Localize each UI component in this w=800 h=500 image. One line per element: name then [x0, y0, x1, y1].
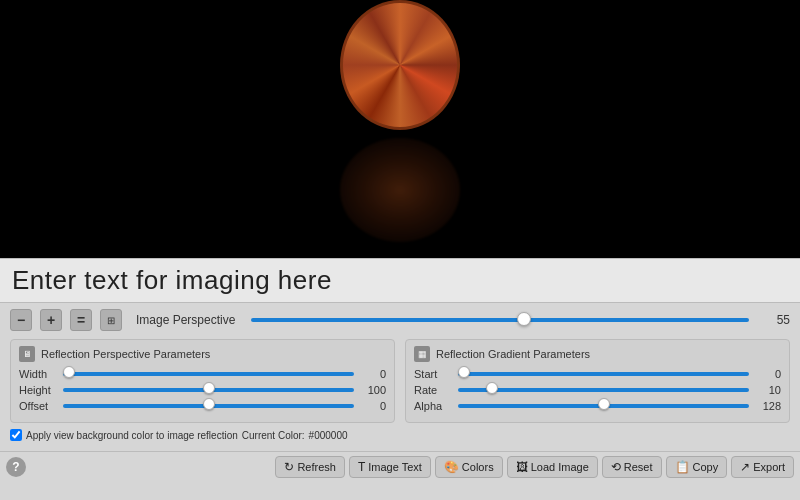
- load-image-icon: 🖼: [516, 460, 528, 474]
- colors-button[interactable]: 🎨 Colors: [435, 456, 503, 478]
- action-buttons-group: ↻ Refresh T Image Text 🎨 Colors 🖼 Load I…: [275, 456, 794, 478]
- reflection-panel-icon: 🖥: [19, 346, 35, 362]
- reset-label: Reset: [624, 461, 653, 473]
- pizza-image-container: [340, 0, 460, 258]
- width-slider[interactable]: [63, 366, 354, 378]
- height-value: 100: [358, 384, 386, 396]
- reset-icon: ⟲: [611, 460, 621, 474]
- alpha-slider[interactable]: [458, 398, 749, 410]
- reflection-panel-header: 🖥 Reflection Perspective Parameters: [19, 346, 386, 362]
- zoom-minus-button[interactable]: −: [10, 309, 32, 331]
- copy-label: Copy: [693, 461, 719, 473]
- export-icon: ↗: [740, 460, 750, 474]
- perspective-value: 55: [765, 313, 790, 327]
- pizza-reflection: [340, 138, 460, 242]
- image-text-icon: T: [358, 460, 365, 474]
- gradient-panel-header: ▦ Reflection Gradient Parameters: [414, 346, 781, 362]
- export-button[interactable]: ↗ Export: [731, 456, 794, 478]
- height-slider[interactable]: [63, 382, 354, 394]
- apply-bgcolor-checkbox[interactable]: [10, 429, 22, 441]
- reset-button[interactable]: ⟲ Reset: [602, 456, 662, 478]
- perspective-label: Image Perspective: [136, 313, 235, 327]
- rate-slider[interactable]: [458, 382, 749, 394]
- gradient-panel-icon: ▦: [414, 346, 430, 362]
- text-placeholder-area: Enter text for imaging here: [0, 258, 800, 303]
- panels-row: 🖥 Reflection Perspective Parameters Widt…: [10, 339, 790, 423]
- offset-slider-track: [63, 404, 354, 408]
- zoom-equals-button[interactable]: =: [70, 309, 92, 331]
- alpha-value: 128: [753, 400, 781, 412]
- placeholder-text: Enter text for imaging here: [12, 265, 788, 296]
- height-row: Height 100: [19, 384, 386, 396]
- reflection-perspective-panel: 🖥 Reflection Perspective Parameters Widt…: [10, 339, 395, 423]
- width-label: Width: [19, 368, 59, 380]
- alpha-slider-track: [458, 404, 749, 408]
- reflection-gradient-panel: ▦ Reflection Gradient Parameters Start 0…: [405, 339, 790, 423]
- refresh-label: Refresh: [297, 461, 336, 473]
- refresh-button[interactable]: ↻ Refresh: [275, 456, 345, 478]
- controls-area: − + = ⊞ Image Perspective 55 🖥 Reflectio…: [0, 303, 800, 449]
- colors-icon: 🎨: [444, 460, 459, 474]
- zoom-plus-button[interactable]: +: [40, 309, 62, 331]
- alpha-label: Alpha: [414, 400, 454, 412]
- image-display-area: [0, 0, 800, 258]
- offset-row: Offset 0: [19, 400, 386, 412]
- export-label: Export: [753, 461, 785, 473]
- offset-value: 0: [358, 400, 386, 412]
- rate-label: Rate: [414, 384, 454, 396]
- checkbox-row: Apply view background color to image ref…: [10, 429, 790, 441]
- rate-value: 10: [753, 384, 781, 396]
- width-row: Width 0: [19, 368, 386, 380]
- start-row: Start 0: [414, 368, 781, 380]
- start-value: 0: [753, 368, 781, 380]
- start-label: Start: [414, 368, 454, 380]
- help-button[interactable]: ?: [6, 457, 26, 477]
- offset-slider[interactable]: [63, 398, 354, 410]
- height-slider-track: [63, 388, 354, 392]
- start-slider-track: [458, 372, 749, 376]
- top-toolbar: − + = ⊞ Image Perspective 55: [10, 309, 790, 331]
- perspective-slider-track: [251, 318, 749, 322]
- width-value: 0: [358, 368, 386, 380]
- copy-icon: 📋: [675, 460, 690, 474]
- apply-bgcolor-label: Apply view background color to image ref…: [26, 430, 238, 441]
- reflection-panel-title: Reflection Perspective Parameters: [41, 348, 210, 360]
- current-color-label: Current Color:: [242, 430, 305, 441]
- load-image-label: Load Image: [531, 461, 589, 473]
- current-color-value: #000000: [309, 430, 348, 441]
- load-image-button[interactable]: 🖼 Load Image: [507, 456, 598, 478]
- height-label: Height: [19, 384, 59, 396]
- image-text-label: Image Text: [368, 461, 422, 473]
- offset-label: Offset: [19, 400, 59, 412]
- colors-label: Colors: [462, 461, 494, 473]
- image-text-button[interactable]: T Image Text: [349, 456, 431, 478]
- pizza-image: [340, 0, 460, 130]
- rate-row: Rate 10: [414, 384, 781, 396]
- gradient-panel-title: Reflection Gradient Parameters: [436, 348, 590, 360]
- perspective-slider[interactable]: [251, 312, 749, 326]
- start-slider[interactable]: [458, 366, 749, 378]
- alpha-row: Alpha 128: [414, 400, 781, 412]
- width-slider-track: [63, 372, 354, 376]
- refresh-icon: ↻: [284, 460, 294, 474]
- bottom-toolbar: ? ↻ Refresh T Image Text 🎨 Colors 🖼 Load…: [0, 451, 800, 480]
- zoom-icon: ⊞: [100, 309, 122, 331]
- rate-slider-track: [458, 388, 749, 392]
- copy-button[interactable]: 📋 Copy: [666, 456, 728, 478]
